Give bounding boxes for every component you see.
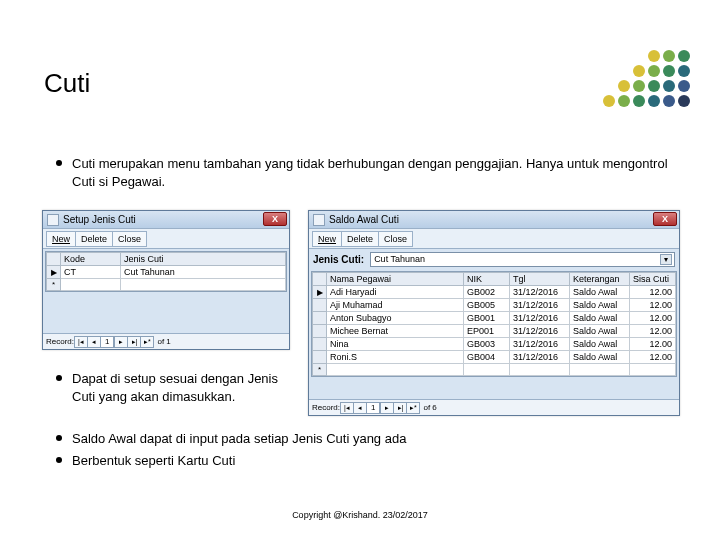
col-tgl[interactable]: Tgl: [510, 273, 570, 286]
cell[interactable]: 31/12/2016: [510, 338, 570, 351]
table-row[interactable]: *: [47, 279, 286, 291]
col-nama[interactable]: Nama Pegawai: [327, 273, 464, 286]
page-title: Cuti: [44, 68, 90, 99]
window-titlebar[interactable]: Setup Jenis Cuti X: [43, 211, 289, 229]
close-button[interactable]: Close: [378, 231, 413, 247]
nav-next-icon[interactable]: ▸: [380, 402, 394, 414]
combo-value: Cut Tahunan: [374, 254, 425, 264]
data-grid[interactable]: Kode Jenis Cuti ▶ CT Cut Tahunan *: [45, 251, 287, 292]
cell[interactable]: 12.00: [630, 325, 676, 338]
row-marker: [313, 325, 327, 338]
cell[interactable]: Adi Haryadi: [327, 286, 464, 299]
cell[interactable]: GB001: [464, 312, 510, 325]
col-jenis[interactable]: Jenis Cuti: [121, 253, 286, 266]
cell[interactable]: Saldo Awal: [570, 312, 630, 325]
data-grid[interactable]: Nama Pegawai NIK Tgl Keterangan Sisa Cut…: [311, 271, 677, 377]
bullet-text: Cuti merupakan menu tambahan yang tidak …: [72, 155, 680, 190]
row-marker: [313, 312, 327, 325]
chevron-down-icon[interactable]: ▾: [660, 254, 672, 265]
cell[interactable]: [464, 364, 510, 376]
col-nik[interactable]: NIK: [464, 273, 510, 286]
nav-first-icon[interactable]: |◂: [74, 336, 88, 348]
table-row[interactable]: Roni.SGB00431/12/2016Saldo Awal12.00: [313, 351, 676, 364]
cell[interactable]: 31/12/2016: [510, 286, 570, 299]
cell[interactable]: Nina: [327, 338, 464, 351]
cell-kode[interactable]: [61, 279, 121, 291]
nav-next-icon[interactable]: ▸: [114, 336, 128, 348]
nav-of: of 1: [157, 337, 170, 346]
cell-jenis[interactable]: [121, 279, 286, 291]
cell[interactable]: 12.00: [630, 312, 676, 325]
cell[interactable]: Saldo Awal: [570, 338, 630, 351]
cell[interactable]: Aji Muhamad: [327, 299, 464, 312]
nav-last-icon[interactable]: ▸|: [393, 402, 407, 414]
cell[interactable]: 31/12/2016: [510, 312, 570, 325]
cell[interactable]: Roni.S: [327, 351, 464, 364]
cell[interactable]: GB004: [464, 351, 510, 364]
cell[interactable]: EP001: [464, 325, 510, 338]
cell[interactable]: 31/12/2016: [510, 325, 570, 338]
table-row[interactable]: *: [313, 364, 676, 376]
cell[interactable]: [510, 364, 570, 376]
window-title: Setup Jenis Cuti: [63, 214, 136, 225]
row-selector-header: [313, 273, 327, 286]
nav-prev-icon[interactable]: ◂: [87, 336, 101, 348]
window-setup-jenis-cuti: Setup Jenis Cuti X New Delete Close Kode…: [42, 210, 290, 350]
cell[interactable]: [570, 364, 630, 376]
cell[interactable]: 12.00: [630, 351, 676, 364]
cell-kode[interactable]: CT: [61, 266, 121, 279]
toolbar: New Delete Close: [43, 229, 289, 249]
cell[interactable]: 12.00: [630, 338, 676, 351]
cell-jenis[interactable]: Cut Tahunan: [121, 266, 286, 279]
cell[interactable]: 31/12/2016: [510, 351, 570, 364]
table-row[interactable]: ▶Adi HaryadiGB00231/12/2016Saldo Awal12.…: [313, 286, 676, 299]
cell[interactable]: 31/12/2016: [510, 299, 570, 312]
cell[interactable]: Saldo Awal: [570, 286, 630, 299]
new-button[interactable]: New: [312, 231, 342, 247]
row-marker: [313, 299, 327, 312]
cell[interactable]: 12.00: [630, 299, 676, 312]
bullet-text: Saldo Awal dapat di input pada setiap Je…: [72, 430, 406, 448]
col-ket[interactable]: Keterangan: [570, 273, 630, 286]
cell[interactable]: GB005: [464, 299, 510, 312]
window-icon: [313, 214, 325, 226]
nav-pos[interactable]: 1: [100, 336, 114, 348]
cell[interactable]: GB002: [464, 286, 510, 299]
nav-pos[interactable]: 1: [366, 402, 380, 414]
cell[interactable]: [327, 364, 464, 376]
close-button[interactable]: X: [263, 212, 287, 226]
delete-button[interactable]: Delete: [341, 231, 379, 247]
cell[interactable]: Saldo Awal: [570, 299, 630, 312]
nav-label: Record:: [312, 403, 340, 412]
cell[interactable]: Saldo Awal: [570, 325, 630, 338]
nav-new-icon[interactable]: ▸*: [406, 402, 420, 414]
close-button[interactable]: X: [653, 212, 677, 226]
cell[interactable]: 12.00: [630, 286, 676, 299]
jenis-cuti-combo[interactable]: Cut Tahunan ▾: [370, 252, 675, 267]
col-kode[interactable]: Kode: [61, 253, 121, 266]
nav-label: Record:: [46, 337, 74, 346]
new-button[interactable]: New: [46, 231, 76, 247]
row-marker: ▶: [47, 266, 61, 279]
window-titlebar[interactable]: Saldo Awal Cuti X: [309, 211, 679, 229]
cell[interactable]: GB003: [464, 338, 510, 351]
col-sisa[interactable]: Sisa Cuti: [630, 273, 676, 286]
nav-prev-icon[interactable]: ◂: [353, 402, 367, 414]
cell[interactable]: [630, 364, 676, 376]
nav-new-icon[interactable]: ▸*: [140, 336, 154, 348]
cell[interactable]: Anton Subagyo: [327, 312, 464, 325]
cell[interactable]: Michee Bernat: [327, 325, 464, 338]
table-row[interactable]: Anton SubagyoGB00131/12/2016Saldo Awal12…: [313, 312, 676, 325]
nav-last-icon[interactable]: ▸|: [127, 336, 141, 348]
table-row[interactable]: ▶ CT Cut Tahunan: [47, 266, 286, 279]
toolbar: New Delete Close: [309, 229, 679, 249]
delete-button[interactable]: Delete: [75, 231, 113, 247]
nav-first-icon[interactable]: |◂: [340, 402, 354, 414]
row-marker: *: [47, 279, 61, 291]
jenis-cuti-row: Jenis Cuti: Cut Tahunan ▾: [309, 249, 679, 269]
cell[interactable]: Saldo Awal: [570, 351, 630, 364]
table-row[interactable]: NinaGB00331/12/2016Saldo Awal12.00: [313, 338, 676, 351]
close-button[interactable]: Close: [112, 231, 147, 247]
table-row[interactable]: Michee BernatEP00131/12/2016Saldo Awal12…: [313, 325, 676, 338]
table-row[interactable]: Aji MuhamadGB00531/12/2016Saldo Awal12.0…: [313, 299, 676, 312]
